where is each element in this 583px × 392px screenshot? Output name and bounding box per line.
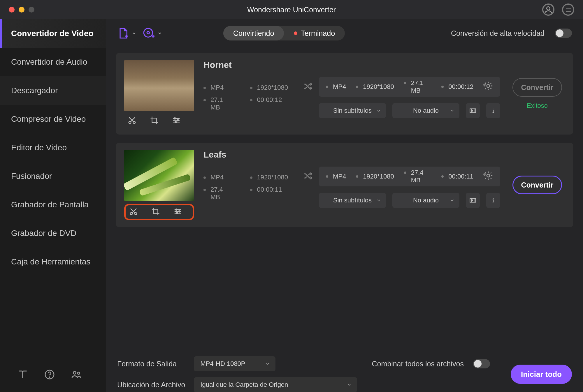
info-icon[interactable]: i (486, 193, 500, 208)
output-location-value: Igual que la Carpeta de Origen (200, 381, 288, 389)
add-disc-button[interactable] (143, 27, 162, 39)
svg-point-19 (487, 174, 490, 177)
output-location-select[interactable]: Igual que la Carpeta de Origen (194, 377, 357, 392)
sidebar-item[interactable]: Descargador (0, 76, 106, 105)
file-title: Hornet (203, 60, 500, 70)
crop-icon[interactable] (150, 116, 159, 126)
edit-tools (124, 204, 194, 220)
sidebar-item[interactable]: Grabador de DVD (0, 219, 106, 248)
sidebar: Convertidor de VideoConvertidor de Audio… (0, 19, 106, 392)
video-thumbnail[interactable] (124, 150, 194, 201)
output-format-value: MP4-HD 1080P (200, 360, 245, 368)
community-icon[interactable] (71, 369, 82, 380)
sidebar-footer (0, 357, 106, 392)
file-title: Leafs (203, 150, 500, 160)
chevron-down-icon (265, 361, 270, 366)
close-window-icon[interactable] (9, 7, 15, 13)
edit-tools (124, 114, 194, 128)
merge-toggle[interactable] (473, 359, 490, 368)
sidebar-item[interactable]: Compresor de Video (0, 105, 106, 133)
high-speed-toggle[interactable] (555, 29, 572, 38)
trim-icon[interactable] (128, 116, 136, 126)
svg-point-18 (176, 213, 178, 214)
tab-finished-label: Terminado (301, 29, 335, 38)
chevron-down-icon (157, 31, 162, 36)
output-format-label: Formato de Salida (117, 360, 185, 368)
gear-icon[interactable] (483, 171, 493, 182)
guide-icon[interactable] (17, 369, 28, 380)
svg-point-12 (487, 84, 490, 87)
sidebar-item[interactable]: Convertidor de Audio (0, 48, 106, 76)
gear-icon[interactable] (483, 81, 493, 93)
svg-point-9 (174, 118, 176, 119)
help-icon[interactable] (44, 369, 55, 380)
minimize-window-icon[interactable] (19, 7, 24, 13)
titlebar: Wondershare UniConverter (0, 0, 583, 19)
status-dot-icon (294, 31, 297, 35)
output-location-label: Ubicación de Archivo (117, 381, 185, 389)
fit-icon[interactable] (466, 103, 480, 118)
info-icon[interactable]: i (486, 103, 500, 118)
add-file-button[interactable] (117, 27, 136, 39)
audio-select[interactable]: No audio (392, 103, 459, 118)
status-label: Exitoso (527, 102, 548, 110)
chevron-down-icon (132, 31, 136, 36)
merge-label: Combinar todos los archivos (372, 360, 463, 368)
fit-icon[interactable] (466, 193, 480, 208)
start-all-button[interactable]: Iniciar todo (511, 365, 572, 384)
account-icon[interactable] (542, 3, 554, 16)
convert-button: Convertir (512, 78, 562, 97)
window-controls (9, 7, 34, 13)
source-meta: MP41920*108027.1 MB00:00:12 (203, 84, 288, 111)
toolbar: Convirtiendo Terminado Conversión de alt… (106, 19, 583, 47)
tab-converting[interactable]: Convirtiendo (223, 26, 284, 40)
output-format-select[interactable]: MP4-HD 1080P (194, 356, 275, 371)
trim-icon[interactable] (129, 207, 138, 217)
svg-point-3 (73, 372, 76, 374)
sidebar-item[interactable]: Convertidor de Video (0, 19, 106, 48)
subtitle-select[interactable]: Sin subtítulos (319, 193, 386, 208)
file-card: HornetMP41920*108027.1 MB00:00:12MP41920… (116, 53, 573, 135)
sidebar-item[interactable]: Editor de Video (0, 133, 106, 162)
video-thumbnail[interactable] (124, 60, 194, 111)
crop-icon[interactable] (151, 207, 160, 217)
source-meta: MP41920*108027.4 MB00:00:11 (203, 174, 288, 201)
output-settings[interactable]: MP41920*108027.1 MB00:00:12 (319, 77, 500, 97)
effects-icon[interactable] (172, 116, 181, 126)
file-list: HornetMP41920*108027.1 MB00:00:12MP41920… (106, 47, 583, 351)
effects-icon[interactable] (173, 207, 182, 217)
svg-point-10 (177, 120, 179, 121)
shuffle-icon[interactable] (303, 81, 312, 92)
svg-point-11 (175, 121, 176, 123)
tab-finished[interactable]: Terminado (284, 26, 345, 40)
zoom-window-icon[interactable] (29, 7, 34, 13)
svg-point-0 (547, 7, 550, 10)
high-speed-label: Conversión de alta velocidad (451, 29, 545, 38)
sidebar-item[interactable]: Grabador de Pantalla (0, 190, 106, 219)
svg-point-2 (49, 377, 50, 377)
feedback-icon[interactable] (562, 3, 574, 16)
app-title: Wondershare UniConverter (247, 6, 336, 14)
sidebar-item[interactable]: Fusionador (0, 162, 106, 190)
svg-point-5 (144, 28, 152, 37)
svg-point-17 (179, 211, 180, 212)
shuffle-icon[interactable] (303, 171, 312, 182)
subtitle-select[interactable]: Sin subtítulos (319, 103, 386, 118)
file-card: LeafsMP41920*108027.4 MB00:00:11MP41920*… (116, 143, 573, 227)
svg-point-6 (147, 31, 149, 34)
status-tabs: Convirtiendo Terminado (223, 26, 345, 40)
svg-point-16 (176, 209, 177, 210)
sidebar-item[interactable]: Caja de Herramientas (0, 248, 106, 276)
bottom-bar: Formato de Salida MP4-HD 1080P Combinar … (106, 351, 583, 392)
audio-select[interactable]: No audio (392, 193, 459, 208)
convert-button[interactable]: Convertir (512, 176, 562, 194)
output-settings[interactable]: MP41920*108027.4 MB00:00:11 (319, 167, 500, 186)
main-panel: Convirtiendo Terminado Conversión de alt… (106, 19, 583, 392)
svg-point-4 (78, 372, 80, 375)
chevron-down-icon (347, 382, 352, 387)
